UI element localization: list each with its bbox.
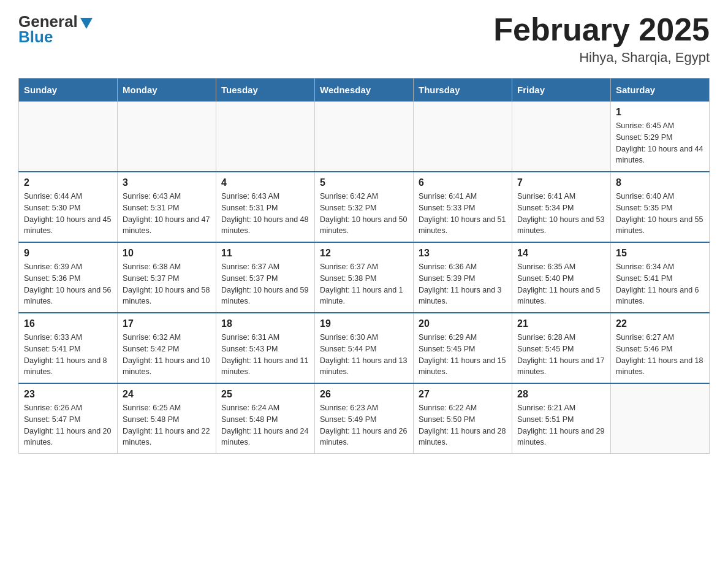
day-number: 3: [123, 177, 211, 188]
title-block: February 2025 Hihya, Sharqia, Egypt: [493, 12, 710, 66]
calendar-day-cell: 23Sunrise: 6:26 AMSunset: 5:47 PMDayligh…: [19, 383, 118, 454]
day-info: Sunrise: 6:29 AMSunset: 5:45 PMDaylight:…: [419, 332, 507, 378]
day-number: 8: [616, 177, 704, 188]
calendar-day-cell: 13Sunrise: 6:36 AMSunset: 5:39 PMDayligh…: [414, 242, 512, 313]
day-number: 7: [517, 177, 605, 188]
calendar-day-cell: 3Sunrise: 6:43 AMSunset: 5:31 PMDaylight…: [118, 172, 216, 242]
calendar-day-cell: [118, 102, 216, 172]
calendar-day-cell: 18Sunrise: 6:31 AMSunset: 5:43 PMDayligh…: [216, 313, 315, 383]
day-number: 5: [320, 177, 408, 188]
calendar-day-cell: 20Sunrise: 6:29 AMSunset: 5:45 PMDayligh…: [414, 313, 512, 383]
day-number: 9: [24, 248, 112, 259]
calendar-day-cell: 28Sunrise: 6:21 AMSunset: 5:51 PMDayligh…: [512, 383, 611, 454]
day-of-week-header: Thursday: [414, 79, 512, 102]
day-info: Sunrise: 6:38 AMSunset: 5:37 PMDaylight:…: [123, 261, 211, 307]
day-info: Sunrise: 6:43 AMSunset: 5:31 PMDaylight:…: [123, 191, 211, 237]
calendar-day-cell: [611, 383, 710, 454]
calendar-day-cell: 9Sunrise: 6:39 AMSunset: 5:36 PMDaylight…: [19, 242, 118, 313]
calendar-day-cell: 11Sunrise: 6:37 AMSunset: 5:37 PMDayligh…: [216, 242, 315, 313]
calendar-day-cell: 12Sunrise: 6:37 AMSunset: 5:38 PMDayligh…: [315, 242, 414, 313]
calendar-day-cell: 22Sunrise: 6:27 AMSunset: 5:46 PMDayligh…: [611, 313, 710, 383]
day-number: 14: [517, 248, 605, 259]
day-number: 16: [24, 318, 112, 329]
calendar-table: SundayMondayTuesdayWednesdayThursdayFrid…: [18, 78, 710, 454]
calendar-day-cell: 1Sunrise: 6:45 AMSunset: 5:29 PMDaylight…: [611, 102, 710, 172]
calendar-day-cell: 25Sunrise: 6:24 AMSunset: 5:48 PMDayligh…: [216, 383, 315, 454]
day-of-week-header: Sunday: [19, 79, 118, 102]
day-info: Sunrise: 6:42 AMSunset: 5:32 PMDaylight:…: [320, 191, 408, 237]
day-number: 12: [320, 248, 408, 259]
day-number: 19: [320, 318, 408, 329]
day-info: Sunrise: 6:41 AMSunset: 5:33 PMDaylight:…: [419, 191, 507, 237]
calendar-title: February 2025: [493, 12, 710, 47]
day-number: 15: [616, 248, 704, 259]
day-info: Sunrise: 6:33 AMSunset: 5:41 PMDaylight:…: [24, 332, 112, 378]
calendar-day-cell: 14Sunrise: 6:35 AMSunset: 5:40 PMDayligh…: [512, 242, 611, 313]
calendar-day-cell: 2Sunrise: 6:44 AMSunset: 5:30 PMDaylight…: [19, 172, 118, 242]
day-number: 10: [123, 248, 211, 259]
day-info: Sunrise: 6:24 AMSunset: 5:48 PMDaylight:…: [221, 402, 309, 448]
calendar-day-cell: 6Sunrise: 6:41 AMSunset: 5:33 PMDaylight…: [414, 172, 512, 242]
calendar-week-row: 16Sunrise: 6:33 AMSunset: 5:41 PMDayligh…: [19, 313, 710, 383]
day-of-week-header: Wednesday: [315, 79, 414, 102]
day-info: Sunrise: 6:27 AMSunset: 5:46 PMDaylight:…: [616, 332, 704, 378]
calendar-day-cell: 27Sunrise: 6:22 AMSunset: 5:50 PMDayligh…: [414, 383, 512, 454]
day-info: Sunrise: 6:41 AMSunset: 5:34 PMDaylight:…: [517, 191, 605, 237]
day-info: Sunrise: 6:45 AMSunset: 5:29 PMDaylight:…: [616, 120, 704, 166]
day-number: 22: [616, 318, 704, 329]
day-info: Sunrise: 6:21 AMSunset: 5:51 PMDaylight:…: [517, 402, 605, 448]
day-info: Sunrise: 6:36 AMSunset: 5:39 PMDaylight:…: [419, 261, 507, 307]
calendar-day-cell: 17Sunrise: 6:32 AMSunset: 5:42 PMDayligh…: [118, 313, 216, 383]
calendar-subtitle: Hihya, Sharqia, Egypt: [493, 50, 710, 66]
day-number: 23: [24, 389, 112, 400]
day-number: 27: [419, 389, 507, 400]
calendar-day-cell: 4Sunrise: 6:43 AMSunset: 5:31 PMDaylight…: [216, 172, 315, 242]
day-number: 25: [221, 389, 309, 400]
day-info: Sunrise: 6:43 AMSunset: 5:31 PMDaylight:…: [221, 191, 309, 237]
calendar-day-cell: 24Sunrise: 6:25 AMSunset: 5:48 PMDayligh…: [118, 383, 216, 454]
day-info: Sunrise: 6:35 AMSunset: 5:40 PMDaylight:…: [517, 261, 605, 307]
day-info: Sunrise: 6:40 AMSunset: 5:35 PMDaylight:…: [616, 191, 704, 237]
calendar-day-cell: 7Sunrise: 6:41 AMSunset: 5:34 PMDaylight…: [512, 172, 611, 242]
calendar-day-cell: [315, 102, 414, 172]
day-number: 6: [419, 177, 507, 188]
day-info: Sunrise: 6:22 AMSunset: 5:50 PMDaylight:…: [419, 402, 507, 448]
day-info: Sunrise: 6:34 AMSunset: 5:41 PMDaylight:…: [616, 261, 704, 307]
day-number: 2: [24, 177, 112, 188]
day-of-week-header: Monday: [118, 79, 216, 102]
day-number: 11: [221, 248, 309, 259]
day-info: Sunrise: 6:28 AMSunset: 5:45 PMDaylight:…: [517, 332, 605, 378]
day-number: 26: [320, 389, 408, 400]
logo: General Blue: [18, 12, 93, 47]
day-info: Sunrise: 6:44 AMSunset: 5:30 PMDaylight:…: [24, 191, 112, 237]
calendar-header-row: SundayMondayTuesdayWednesdayThursdayFrid…: [19, 79, 710, 102]
day-info: Sunrise: 6:26 AMSunset: 5:47 PMDaylight:…: [24, 402, 112, 448]
day-of-week-header: Saturday: [611, 79, 710, 102]
calendar-day-cell: 15Sunrise: 6:34 AMSunset: 5:41 PMDayligh…: [611, 242, 710, 313]
day-info: Sunrise: 6:37 AMSunset: 5:38 PMDaylight:…: [320, 261, 408, 307]
day-info: Sunrise: 6:31 AMSunset: 5:43 PMDaylight:…: [221, 332, 309, 378]
calendar-day-cell: [512, 102, 611, 172]
day-info: Sunrise: 6:23 AMSunset: 5:49 PMDaylight:…: [320, 402, 408, 448]
day-number: 13: [419, 248, 507, 259]
day-number: 20: [419, 318, 507, 329]
calendar-day-cell: [216, 102, 315, 172]
calendar-day-cell: 19Sunrise: 6:30 AMSunset: 5:44 PMDayligh…: [315, 313, 414, 383]
logo-blue-label: Blue: [18, 28, 53, 47]
calendar-day-cell: 8Sunrise: 6:40 AMSunset: 5:35 PMDaylight…: [611, 172, 710, 242]
logo-triangle-icon: [80, 18, 93, 29]
day-number: 24: [123, 389, 211, 400]
day-number: 4: [221, 177, 309, 188]
calendar-week-row: 9Sunrise: 6:39 AMSunset: 5:36 PMDaylight…: [19, 242, 710, 313]
day-number: 28: [517, 389, 605, 400]
day-number: 21: [517, 318, 605, 329]
day-info: Sunrise: 6:30 AMSunset: 5:44 PMDaylight:…: [320, 332, 408, 378]
calendar-day-cell: 21Sunrise: 6:28 AMSunset: 5:45 PMDayligh…: [512, 313, 611, 383]
calendar-day-cell: 16Sunrise: 6:33 AMSunset: 5:41 PMDayligh…: [19, 313, 118, 383]
calendar-day-cell: 5Sunrise: 6:42 AMSunset: 5:32 PMDaylight…: [315, 172, 414, 242]
calendar-day-cell: [19, 102, 118, 172]
calendar-day-cell: [414, 102, 512, 172]
calendar-day-cell: 10Sunrise: 6:38 AMSunset: 5:37 PMDayligh…: [118, 242, 216, 313]
page-header: General Blue February 2025 Hihya, Sharqi…: [18, 12, 710, 66]
day-info: Sunrise: 6:37 AMSunset: 5:37 PMDaylight:…: [221, 261, 309, 307]
